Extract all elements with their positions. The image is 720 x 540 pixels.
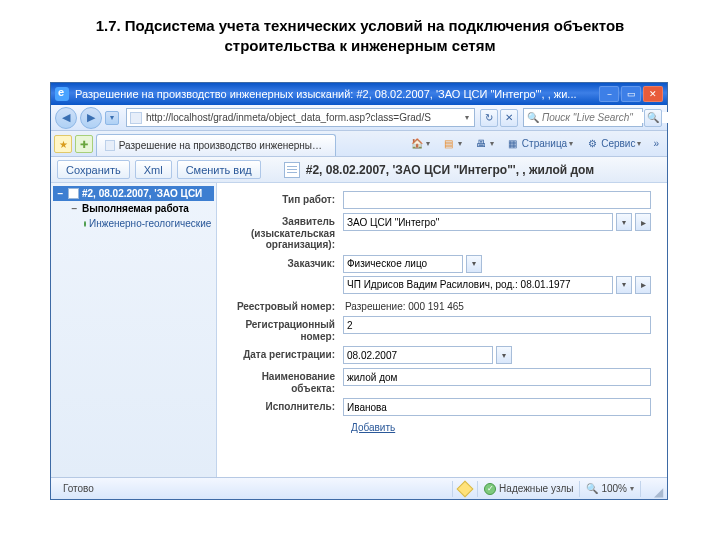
tab-label: Разрешение на производство инженерных из… xyxy=(119,140,327,151)
row-applicant: Заявитель (изыскательская организация): … xyxy=(225,213,651,251)
row-work-type: Тип работ: xyxy=(225,191,651,209)
form-add-link[interactable]: Добавить xyxy=(351,422,395,433)
shield-icon xyxy=(457,480,474,497)
page-icon xyxy=(130,112,142,124)
gear-icon: ⚙ xyxy=(585,137,599,151)
tools-menu-button[interactable]: ⚙Сервис▾ xyxy=(580,134,646,153)
input-executor[interactable] xyxy=(343,398,651,416)
label-reg-no: Регистрационный номер: xyxy=(225,316,343,342)
ie-window: Разрешение на производство инженерных из… xyxy=(50,82,668,500)
favorites-button[interactable]: ★ xyxy=(54,135,72,153)
ie-logo-icon xyxy=(55,87,69,101)
status-shield[interactable] xyxy=(452,481,477,497)
row-customer: Заказчик: ▾ ▾ ▸ xyxy=(225,255,651,294)
page-menu-button[interactable]: ▦Страница▾ xyxy=(501,134,578,153)
input-customer[interactable] xyxy=(343,276,613,294)
row-reg-no: Регистрационный номер: xyxy=(225,316,651,342)
customer-type-dropdown-icon[interactable]: ▾ xyxy=(466,255,482,273)
zoom-icon: 🔍 xyxy=(586,483,598,494)
forward-button[interactable]: ▶ xyxy=(80,107,102,129)
status-ready: Готово xyxy=(57,481,100,497)
label-registry-no: Реестровый номер: xyxy=(225,298,343,313)
label-work-type: Тип работ: xyxy=(225,191,343,206)
row-reg-date: Дата регистрации: ▾ xyxy=(225,346,651,364)
resize-grip-icon[interactable] xyxy=(647,482,661,496)
label-reg-date: Дата регистрации: xyxy=(225,346,343,361)
address-bar[interactable]: ▾ xyxy=(126,108,475,127)
home-icon: 🏠 xyxy=(410,137,424,151)
input-customer-type[interactable] xyxy=(343,255,463,273)
value-registry-no: Разрешение: 000 191 465 xyxy=(343,298,651,312)
row-registry-no: Реестровый номер: Разрешение: 000 191 46… xyxy=(225,298,651,313)
add-favorite-button[interactable]: ✚ xyxy=(75,135,93,153)
tab-bar: ★ ✚ Разрешение на производство инженерны… xyxy=(51,131,667,157)
feeds-icon: ▤ xyxy=(442,137,456,151)
minimize-button[interactable]: － xyxy=(599,86,619,102)
window-titlebar[interactable]: Разрешение на производство инженерных из… xyxy=(51,83,667,105)
row-obj-name: Наименование объекта: xyxy=(225,368,651,394)
more-button[interactable]: » xyxy=(648,134,664,153)
app-toolbar: Сохранить Xml Сменить вид #2, 08.02.2007… xyxy=(51,157,667,183)
collapse-icon[interactable]: − xyxy=(56,188,65,199)
document-title: #2, 08.02.2007, 'ЗАО ЦСИ "Интегро"', , ж… xyxy=(284,162,594,178)
form-panel: Тип работ: Заявитель (изыскательская орг… xyxy=(217,183,667,477)
tree-panel: − #2, 08.02.2007, 'ЗАО ЦСИ − Выполняемая… xyxy=(51,183,217,477)
back-button[interactable]: ◀ xyxy=(55,107,77,129)
label-customer: Заказчик: xyxy=(225,255,343,270)
url-input[interactable] xyxy=(146,112,463,123)
search-icon: 🔍 xyxy=(527,112,539,123)
reg-date-picker-icon[interactable]: ▾ xyxy=(496,346,512,364)
address-dropdown-icon[interactable]: ▾ xyxy=(463,113,471,122)
stop-button[interactable]: ✕ xyxy=(500,109,518,127)
feeds-button[interactable]: ▤▾ xyxy=(437,134,467,153)
search-box[interactable]: 🔍 xyxy=(523,108,643,127)
label-obj-name: Наименование объекта: xyxy=(225,368,343,394)
input-obj-name[interactable] xyxy=(343,368,651,386)
page-menu-icon: ▦ xyxy=(506,137,520,151)
nav-bar: ◀ ▶ ▾ ▾ ↻ ✕ 🔍 🔍 xyxy=(51,105,667,131)
document-icon xyxy=(284,162,300,178)
label-executor: Исполнитель: xyxy=(225,398,343,413)
workspace: − #2, 08.02.2007, 'ЗАО ЦСИ − Выполняемая… xyxy=(51,183,667,477)
customer-dropdown-icon[interactable]: ▾ xyxy=(616,276,632,294)
tab-page-icon xyxy=(105,140,115,151)
applicant-lookup-button[interactable]: ▸ xyxy=(635,213,651,231)
bullet-icon xyxy=(84,221,86,227)
status-bar: Готово ✓ Надежные узлы 🔍 100% ▾ xyxy=(51,477,667,499)
slide-title: 1.7. Подсистема учета технических услови… xyxy=(0,0,720,65)
collapse-icon[interactable]: − xyxy=(70,203,79,214)
row-executor: Исполнитель: xyxy=(225,398,651,416)
browser-tab[interactable]: Разрешение на производство инженерных из… xyxy=(96,134,336,156)
input-reg-no[interactable] xyxy=(343,316,651,334)
maximize-button[interactable]: ▭ xyxy=(621,86,641,102)
chevron-down-icon[interactable]: ▾ xyxy=(630,484,634,493)
close-button[interactable]: ✕ xyxy=(643,86,663,102)
xml-button[interactable]: Xml xyxy=(135,160,172,179)
input-reg-date[interactable] xyxy=(343,346,493,364)
node-icon xyxy=(68,188,79,199)
applicant-dropdown-icon[interactable]: ▾ xyxy=(616,213,632,231)
tree-child[interactable]: − Выполняемая работа xyxy=(67,201,214,216)
refresh-button[interactable]: ↻ xyxy=(480,109,498,127)
tree-root[interactable]: − #2, 08.02.2007, 'ЗАО ЦСИ xyxy=(53,186,214,201)
search-go-button[interactable]: 🔍 xyxy=(644,109,662,127)
check-icon: ✓ xyxy=(484,483,496,495)
change-view-button[interactable]: Сменить вид xyxy=(177,160,261,179)
status-trusted[interactable]: ✓ Надежные узлы xyxy=(477,481,579,497)
print-icon: 🖶 xyxy=(474,137,488,151)
recent-pages-button[interactable]: ▾ xyxy=(105,111,119,125)
tree-leaf[interactable]: Инженерно-геологические xyxy=(81,216,214,231)
home-button[interactable]: 🏠▾ xyxy=(405,134,435,153)
save-button[interactable]: Сохранить xyxy=(57,160,130,179)
input-work-type[interactable] xyxy=(343,191,651,209)
customer-lookup-button[interactable]: ▸ xyxy=(635,276,651,294)
status-zoom[interactable]: 🔍 100% ▾ xyxy=(579,481,640,497)
window-title: Разрешение на производство инженерных из… xyxy=(75,88,577,100)
content-area: Сохранить Xml Сменить вид #2, 08.02.2007… xyxy=(51,157,667,477)
label-applicant: Заявитель (изыскательская организация): xyxy=(225,213,343,251)
input-applicant[interactable] xyxy=(343,213,613,231)
print-button[interactable]: 🖶▾ xyxy=(469,134,499,153)
